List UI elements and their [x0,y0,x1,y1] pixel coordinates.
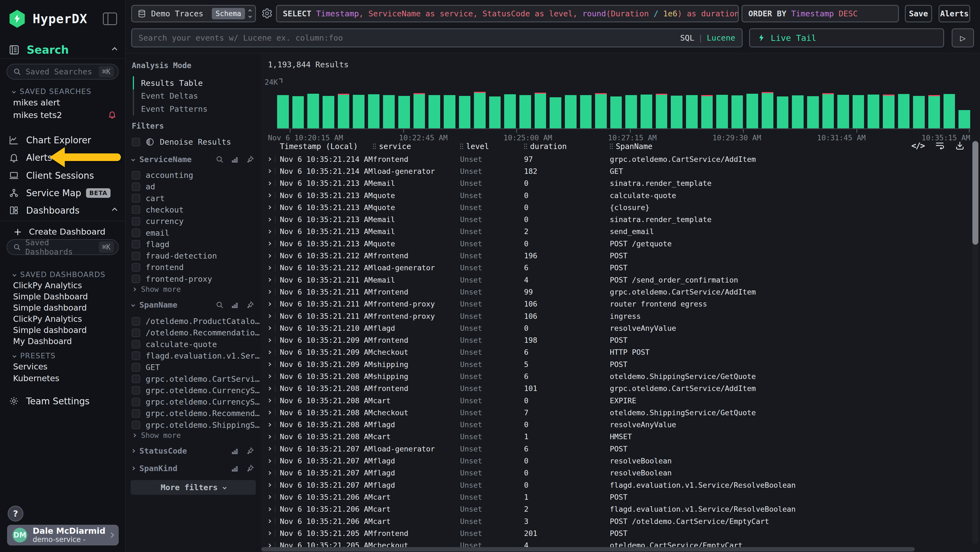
sql-select-input[interactable]: SELECT Timestamp, ServiceName as service… [276,5,739,22]
filter-group-spankind[interactable]: SpanKind [132,464,254,473]
table-row[interactable]: Nov 6 10:35:21.212 AMfrontendUnset196POS… [261,250,969,262]
service-filter-item[interactable]: accounting [132,171,193,180]
show-more-services[interactable]: Show more [133,285,181,294]
sidebar-item-alerts[interactable]: Alerts [9,150,116,165]
expand-chevron-icon[interactable] [267,266,271,270]
lang-sql[interactable]: SQL [680,33,694,43]
sidebar-item-search[interactable]: Search [9,41,116,58]
expand-chevron-icon[interactable] [267,471,271,475]
saved-searches-header[interactable]: SAVED SEARCHES [13,87,91,96]
denoise-results-toggle[interactable]: Denoise Results [132,137,231,147]
column-header-level[interactable]: level [460,142,524,151]
table-row[interactable]: Nov 6 10:35:21.213 AMemailUnset0sinatra.… [261,213,969,225]
checkbox[interactable] [132,183,140,191]
service-filter-item[interactable]: frontend [132,263,184,272]
checkbox[interactable] [132,138,140,146]
table-row[interactable]: Nov 6 10:35:21.210 AMflagdUnset0resolveA… [261,322,969,334]
service-filter-item[interactable]: fraud-detection [132,251,217,260]
spanname-filter-item[interactable]: calculate-quote [132,340,217,349]
spanname-filter-item[interactable]: grpc.oteldemo.CurrencyS… [132,397,260,407]
checkbox[interactable] [132,386,140,394]
spanname-filter-item[interactable]: grpc.oteldemo.CartServi… [132,374,260,384]
create-dashboard-button[interactable]: + Create Dashboard [14,224,116,239]
live-tail-button[interactable]: Live Tail [749,28,944,48]
saved-searches-input[interactable]: Saved Searches ⌘K [6,64,119,80]
mode-event-deltas[interactable]: Event Deltas [141,91,198,101]
spanname-filter-item[interactable]: grpc.oteldemo.CurrencyS… [132,386,260,395]
drag-handle-icon[interactable] [610,144,612,149]
saved-dashboard-item[interactable]: Simple dashboard [13,325,87,335]
bar-chart-icon[interactable] [231,464,239,472]
table-row[interactable]: Nov 6 10:35:21.205 AMcheckoutUnset4oteld… [261,539,969,547]
expand-chevron-icon[interactable] [267,495,271,499]
save-button[interactable]: Save [905,5,932,22]
bar-chart-icon[interactable] [231,155,239,163]
drag-handle-icon[interactable] [373,144,375,149]
preset-item[interactable]: Services [13,362,48,371]
checkbox[interactable] [132,263,140,272]
table-row[interactable]: Nov 6 10:35:21.211 AMfrontend-proxyUnset… [261,298,969,310]
table-row[interactable]: Nov 6 10:35:21.213 AMquoteUnset0POST /ge… [261,238,969,250]
sidebar-item-chart-explorer[interactable]: Chart Explorer [9,132,116,148]
table-row[interactable]: Nov 6 10:35:21.211 AMfrontend-proxyUnset… [261,310,969,322]
checkbox[interactable] [132,252,140,260]
expand-chevron-icon[interactable] [267,411,271,415]
expand-chevron-icon[interactable] [267,350,271,354]
expand-chevron-icon[interactable] [267,290,271,294]
checkbox[interactable] [132,409,140,418]
expand-chevron-icon[interactable] [267,374,271,378]
source-settings-gear-icon[interactable] [261,8,273,19]
checkbox[interactable] [132,274,140,283]
table-row[interactable]: Nov 6 10:35:21.214 AMload-generatorUnset… [261,165,969,177]
spanname-filter-item[interactable]: /oteldemo.Recommendatio… [132,328,260,337]
schema-badge[interactable]: Schema [212,8,245,19]
vertical-scrollbar[interactable] [972,141,978,245]
service-filter-item[interactable]: email [132,228,169,238]
spanname-filter-item[interactable]: grpc.oteldemo.Recommend… [132,409,260,418]
service-filter-item[interactable]: checkout [132,205,184,214]
table-row[interactable]: Nov 6 10:35:21.207 AMload-generatorUnset… [261,443,969,455]
pin-icon[interactable] [246,155,254,163]
table-row[interactable]: Nov 6 10:35:21.211 AMemailUnset4POST /se… [261,274,969,286]
sidebar-collapse-icon[interactable] [103,13,117,25]
filter-group-spanname[interactable]: SpanName [132,300,254,310]
more-filters-button[interactable]: More filters [130,480,256,495]
table-row[interactable]: Nov 6 10:35:21.214 AMfrontendUnset97grpc… [261,153,969,165]
checkbox[interactable] [132,340,140,348]
sidebar-item-service-map[interactable]: Service Map BETA [9,185,116,201]
expand-chevron-icon[interactable] [267,206,271,209]
expand-chevron-icon[interactable] [267,519,271,523]
table-row[interactable]: Nov 6 10:35:21.206 AMcartUnset3POST /ote… [261,515,969,527]
expand-chevron-icon[interactable] [267,193,271,197]
table-row[interactable]: Nov 6 10:35:21.213 AMquoteUnset0{closure… [261,201,969,213]
checkbox[interactable] [132,240,140,249]
presets-header[interactable]: PRESETS [13,351,56,360]
expand-chevron-icon[interactable] [267,254,271,257]
checkbox[interactable] [132,363,140,372]
table-row[interactable]: Nov 6 10:35:21.207 AMflagdUnset0resolveB… [261,455,969,467]
expand-chevron-icon[interactable] [267,218,271,222]
expand-chevron-icon[interactable] [267,338,271,342]
expand-chevron-icon[interactable] [267,531,271,535]
table-row[interactable]: Nov 6 10:35:21.207 AMflagdUnset0flagd.ev… [261,479,969,491]
chevron-up-icon[interactable] [112,47,117,53]
saved-dashboard-item[interactable]: My Dashboard [13,337,72,346]
expand-chevron-icon[interactable] [267,278,271,282]
saved-search-item[interactable]: mikes alert [13,97,60,107]
pin-icon[interactable] [246,464,254,472]
bar-chart-icon[interactable] [231,447,239,455]
alerts-button[interactable]: Alerts [939,5,970,22]
service-filter-item[interactable]: frontend-proxy [132,274,212,284]
filter-group-servicename[interactable]: ServiceName [132,155,254,164]
saved-search-item[interactable]: mikes tets2 [13,110,116,120]
checkbox[interactable] [132,375,140,383]
sidebar-item-client-sessions[interactable]: Client Sessions [9,168,116,183]
table-row[interactable]: Nov 6 10:35:21.209 AMshippingUnset5POST [261,358,969,370]
expand-chevron-icon[interactable] [267,302,271,306]
expand-chevron-icon[interactable] [267,399,271,402]
spanname-filter-item[interactable]: GET [132,363,160,372]
service-filter-item[interactable]: ad [132,182,155,191]
table-row[interactable]: Nov 6 10:35:21.209 AMfrontendUnset198POS… [261,334,969,346]
saved-dashboards-input[interactable]: Saved Dashboards ⌘K [6,239,119,255]
run-query-button[interactable]: ▷ [952,28,974,48]
